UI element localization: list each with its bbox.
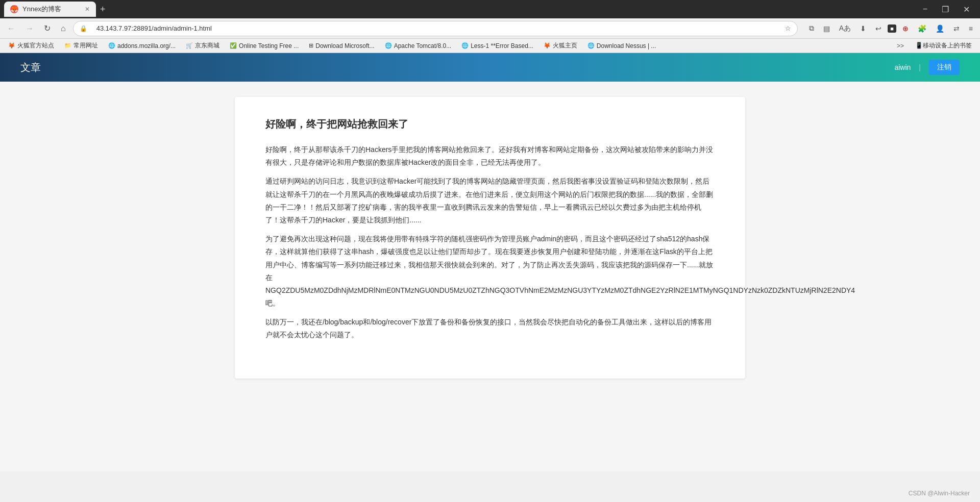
bookmark-icon-ff: 🦊 xyxy=(544,42,551,49)
bookmark-label-huoli: 火狐官方站点 xyxy=(17,41,54,50)
bookmark-icon-tomcat: 🌐 xyxy=(385,42,392,49)
page-content: 文章 aiwin | 注销 好险啊，终于把网站抢救回来了 好险啊，终于从那帮该杀… xyxy=(0,53,980,471)
bookmark-huoli[interactable]: 🦊 火狐官方站点 xyxy=(4,40,58,51)
bookmark-icon-addons: 🌐 xyxy=(108,42,115,49)
blog-header: 文章 aiwin | 注销 xyxy=(0,53,980,82)
refresh-button[interactable]: ↻ xyxy=(41,21,54,35)
username-display: aiwin xyxy=(894,63,911,71)
blog-header-right: aiwin | 注销 xyxy=(894,60,960,75)
article-container: 好险啊，终于把网站抢救回来了 好险啊，终于从那帮该杀千刀的Hackers手里把我… xyxy=(235,97,745,379)
bookmark-label-jd: 京东商城 xyxy=(195,41,219,50)
bookmark-label-testing: Online Testing Free ... xyxy=(239,42,299,49)
navigation-bar: ← → ↻ ⌂ 🔒 43.143.7.97:28891/admin/admin-… xyxy=(0,18,980,39)
toolbar-icons: ⧉ ▤ Aあ ⬇ ↩ ■ ⊕ 🧩 👤 ⇄ ≡ xyxy=(806,22,976,35)
bookmark-icon-ms: ⊞ xyxy=(309,42,313,49)
new-tab-button[interactable]: + xyxy=(96,4,110,15)
screenshot-icon[interactable]: ■ xyxy=(888,24,896,33)
tab-area: 🦊 Ynnex的博客 ✕ + xyxy=(4,0,110,18)
window-controls: − ❐ ✕ xyxy=(917,3,976,16)
bookmark-label-mobile: 📱移动设备上的书签 xyxy=(915,41,972,50)
bookmark-addons[interactable]: 🌐 addons.mozilla.org/... xyxy=(104,41,180,51)
forward-button[interactable]: → xyxy=(22,22,37,35)
bookmark-label-addons: addons.mozilla.org/... xyxy=(117,42,176,49)
title-bar: 🦊 Ynnex的博客 ✕ + − ❐ ✕ xyxy=(0,0,980,18)
article-paragraph-2: 通过研判网站的访问日志，我意识到这帮Hacker可能找到了我的博客网站的隐藏管理… xyxy=(265,175,715,227)
article-title: 好险啊，终于把网站抢救回来了 xyxy=(265,117,715,131)
history-back-icon[interactable]: ↩ xyxy=(872,22,885,35)
bookmarks-more-button[interactable]: >> xyxy=(894,41,907,51)
bookmark-icon-changyong: 📁 xyxy=(64,42,71,49)
tab-favicon: 🦊 xyxy=(10,5,18,13)
bookmark-microsoft[interactable]: ⊞ Download Microsoft... xyxy=(305,41,378,51)
bookmark-icon-jd: 🛒 xyxy=(186,42,193,49)
download-icon[interactable]: ⬇ xyxy=(857,22,869,35)
bookmark-label-changyong: 常用网址 xyxy=(74,41,98,50)
article-body: 好险啊，终于从那帮该杀千刀的Hackers手里把我的博客网站抢救回来了。还好我有… xyxy=(265,143,715,342)
vpn-icon[interactable]: ⊕ xyxy=(899,22,912,35)
minimize-button[interactable]: − xyxy=(917,3,934,16)
bookmark-icon-testing: ✅ xyxy=(230,42,237,49)
sync-icon[interactable]: ⇄ xyxy=(950,22,963,35)
extensions-icon[interactable]: ⧉ xyxy=(806,22,817,35)
browser-window: 🦊 Ynnex的博客 ✕ + − ❐ ✕ ← → ↻ ⌂ 🔒 43.143.7.… xyxy=(0,0,980,53)
bookmark-online-testing[interactable]: ✅ Online Testing Free ... xyxy=(226,41,303,51)
bookmark-label-tomcat: Apache Tomcat/8.0... xyxy=(394,42,452,49)
reader-mode-icon[interactable]: ▤ xyxy=(820,22,833,35)
address-bar[interactable]: 🔒 43.143.7.97:28891/admin/admin-1.html ☆ xyxy=(73,21,798,36)
bookmark-label-ms: Download Microsoft... xyxy=(315,42,374,49)
extensions2-icon[interactable]: 🧩 xyxy=(915,22,929,35)
url-display: 43.143.7.97:28891/admin/admin-1.html xyxy=(90,21,782,36)
bookmark-mobile[interactable]: 📱移动设备上的书签 xyxy=(911,40,976,51)
maximize-button[interactable]: ❐ xyxy=(936,3,955,16)
active-tab[interactable]: 🦊 Ynnex的博客 ✕ xyxy=(4,2,96,17)
blog-nav-title[interactable]: 文章 xyxy=(20,61,41,74)
logout-button[interactable]: 注销 xyxy=(929,60,960,75)
tab-close-button[interactable]: ✕ xyxy=(85,6,90,13)
bookmark-label-less1: Less-1 **Error Based... xyxy=(471,42,533,49)
bookmark-star-icon[interactable]: ☆ xyxy=(785,24,791,32)
bookmark-tomcat[interactable]: 🌐 Apache Tomcat/8.0... xyxy=(381,41,456,51)
bookmark-icon-less1: 🌐 xyxy=(461,42,469,49)
bookmark-label-nessus: Download Nessus | ... xyxy=(597,42,656,49)
bookmark-jd[interactable]: 🛒 京东商城 xyxy=(182,40,224,51)
article-paragraph-3: 为了避免再次出现这种问题，现在我将使用带有特殊字符的随机强密码作为管理员账户ad… xyxy=(265,233,715,310)
bookmark-nessus[interactable]: 🌐 Download Nessus | ... xyxy=(583,41,660,51)
close-button[interactable]: ✕ xyxy=(957,3,976,16)
menu-icon[interactable]: ≡ xyxy=(966,22,976,35)
back-button[interactable]: ← xyxy=(4,22,18,35)
bookmark-label-ff: 火狐主页 xyxy=(553,41,577,50)
bookmark-less1[interactable]: 🌐 Less-1 **Error Based... xyxy=(457,41,537,51)
header-divider: | xyxy=(919,63,921,71)
translate-icon[interactable]: Aあ xyxy=(836,22,854,35)
article-paragraph-1: 好险啊，终于从那帮该杀千刀的Hackers手里把我的博客网站抢救回来了。还好我有… xyxy=(265,143,715,169)
bookmark-changyong[interactable]: 📁 常用网址 xyxy=(60,40,102,51)
home-button[interactable]: ⌂ xyxy=(58,22,69,35)
article-paragraph-4: 以防万一，我还在/blog/backup和/blog/recover下放置了备份… xyxy=(265,316,715,341)
security-icon: 🔒 xyxy=(80,25,87,32)
bookmark-icon-huoli: 🦊 xyxy=(8,42,15,49)
bookmarks-bar: 🦊 火狐官方站点 📁 常用网址 🌐 addons.mozilla.org/...… xyxy=(0,39,980,53)
bookmark-icon-nessus: 🌐 xyxy=(587,42,595,49)
tab-title: Ynnex的博客 xyxy=(22,5,61,14)
bookmark-firefox-home[interactable]: 🦊 火狐主页 xyxy=(540,40,581,51)
profile-icon[interactable]: 👤 xyxy=(933,22,947,35)
